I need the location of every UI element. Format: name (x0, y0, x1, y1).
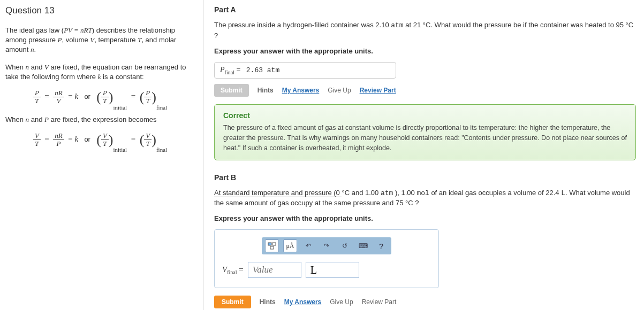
correct-explanation: The pressure of a fixed amount of gas at… (223, 123, 627, 153)
give-up-link[interactable]: Give Up (330, 298, 353, 306)
intro-paragraph-1: The ideal gas law (PV = nRT) describes t… (5, 26, 195, 55)
units-button[interactable]: μÅ (283, 239, 297, 252)
part-a-instruction: Express your answer with the appropriate… (214, 46, 636, 57)
part-a-header: Part A (214, 5, 636, 14)
part-b-question: At standard temperature and pressure (0 … (214, 188, 636, 209)
equation-2: VT = nRP = k or (VT)initial = (VT)final (5, 132, 195, 148)
part-b-instruction: Express your answer with the appropriate… (214, 214, 636, 224)
submit-button[interactable]: Submit (214, 296, 251, 308)
redo-icon[interactable]: ↷ (320, 239, 334, 252)
fraction-template-button[interactable] (265, 239, 279, 252)
my-answers-link[interactable]: My Answers (282, 87, 320, 94)
review-part-link[interactable]: Review Part (360, 87, 396, 94)
part-b-answer-label: Vfinal = (222, 265, 244, 275)
intro-paragraph-3: When n and P are fixed, the expression b… (5, 115, 195, 125)
reset-icon[interactable]: ↺ (338, 239, 352, 252)
review-part-link[interactable]: Review Part (362, 298, 397, 306)
submit-button-disabled: Submit (214, 84, 249, 97)
formatting-toolbar: μÅ ↶ ↷ ↺ ⌨ ? (262, 237, 391, 254)
question-sidebar: Question 13 The ideal gas law (PV = nRT)… (0, 0, 203, 310)
question-title: Question 13 (5, 5, 195, 16)
give-up-link[interactable]: Give Up (328, 87, 351, 94)
intro-paragraph-2: When n and V are fixed, the equation can… (5, 63, 195, 82)
part-a-actions: Submit Hints My Answers Give Up Review P… (214, 84, 636, 97)
svg-rect-2 (270, 246, 274, 249)
svg-rect-1 (272, 243, 276, 245)
correct-heading: Correct (223, 111, 627, 120)
my-answers-link[interactable]: My Answers (284, 298, 322, 306)
keyboard-icon[interactable]: ⌨ (356, 239, 370, 252)
hints-link[interactable]: Hints (257, 87, 274, 94)
hints-link[interactable]: Hints (260, 298, 276, 306)
value-input[interactable] (248, 262, 301, 278)
correct-feedback-box: Correct The pressure of a fixed amount o… (214, 104, 636, 160)
part-b-actions: Submit Hints My Answers Give Up Review P… (214, 296, 636, 308)
help-icon[interactable]: ? (374, 239, 388, 252)
svg-rect-0 (268, 243, 271, 245)
part-b-header: Part B (214, 173, 636, 182)
answer-input-panel: μÅ ↶ ↷ ↺ ⌨ ? Vfinal = (214, 229, 439, 288)
equation-1: PT = nRV = k or (PT)initial = (PT)final (5, 89, 195, 105)
part-a-answer-box: Pfinal = 2.63 atm (214, 62, 396, 79)
units-input[interactable] (306, 262, 359, 278)
undo-icon[interactable]: ↶ (301, 239, 315, 252)
part-a-question: The pressure inside a hydrogen-filled co… (214, 20, 636, 41)
